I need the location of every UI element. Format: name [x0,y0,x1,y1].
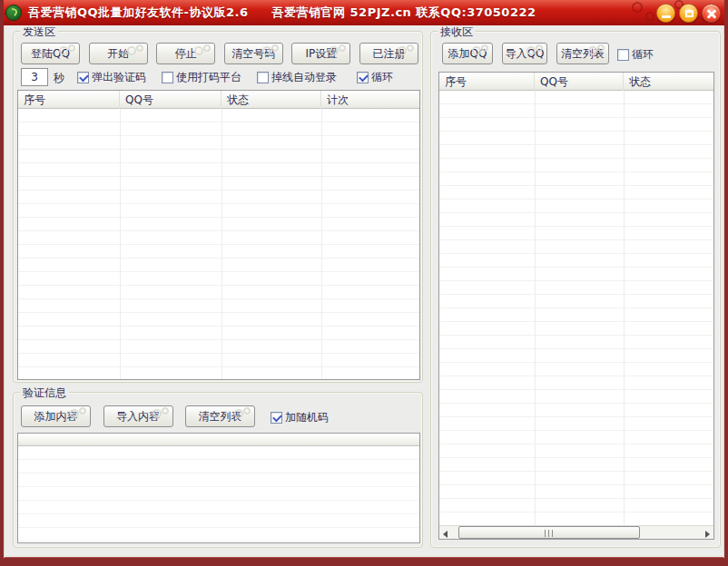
send-table-header: 序号 QQ号 状态 计次 [18,91,419,109]
receive-area-label: 接收区 [438,24,476,40]
loop-checkbox-receive[interactable]: 循环 [617,47,654,63]
receive-qq-table: 序号 QQ号 状态 [438,72,714,540]
verify-list-header[interactable] [18,434,419,446]
interval-seconds-input[interactable] [21,68,48,86]
auto-relogin-checkbox[interactable]: 掉线自动登录 [257,70,337,85]
popup-captcha-checkbox[interactable]: 弹出验证码 [77,70,146,85]
checkbox-box-icon [271,412,282,424]
receive-button-row: 添加QQ 导入QQ 清空列表 [442,43,609,64]
column-header-status[interactable]: 状态 [221,91,321,109]
checkbox-box-icon [617,49,629,61]
import-qq-button[interactable]: 导入QQ [502,43,547,64]
send-table-body[interactable] [18,109,419,379]
checkbox-label: 弹出验证码 [92,70,146,85]
horizontal-scrollbar [439,525,713,539]
clear-numbers-button[interactable]: 清空号码 [224,43,283,64]
scroll-right-arrow-icon[interactable] [700,526,713,539]
clear-list-button-receive[interactable]: 清空列表 [556,43,609,64]
scrollbar-thumb[interactable] [458,526,640,539]
scrollbar-track[interactable] [453,526,700,539]
checkbox-label: 使用打码平台 [176,70,241,85]
checkbox-box-icon [357,72,369,83]
loop-checkbox-send[interactable]: 循环 [357,70,393,85]
send-qq-table: 序号 QQ号 状态 计次 [17,90,420,380]
registered-button[interactable]: 已注册 [359,43,418,64]
login-qq-button[interactable]: 登陆QQ [21,43,80,64]
verify-message-list [17,433,420,543]
import-content-button[interactable]: 导入内容 [103,405,173,427]
window-subtitle: 吾爱营销官网 52PJZ.cn 联系QQ:37050222 [272,5,536,21]
start-button[interactable]: 开始 [89,43,148,64]
verify-info-label: 验证信息 [20,385,69,401]
column-header-index[interactable]: 序号 [439,73,535,91]
minimize-button[interactable] [656,4,675,23]
window-controls [656,4,723,23]
scrollbar-grip-icon [545,530,554,537]
checkbox-box-icon [257,72,269,83]
maximize-button[interactable] [679,4,698,23]
scroll-left-arrow-icon[interactable] [439,526,453,539]
maximize-icon [685,10,694,17]
receive-table-body[interactable] [439,91,713,525]
verify-button-row: 添加内容 导入内容 清空列表 [21,405,255,427]
add-content-button[interactable]: 添加内容 [21,405,91,427]
app-icon [5,5,22,21]
column-header-index[interactable]: 序号 [18,91,120,109]
checkbox-label: 循环 [632,47,654,63]
checkbox-label: 掉线自动登录 [271,70,337,85]
stop-button[interactable]: 停止 [156,43,215,64]
verify-info-group: 验证信息 添加内容 导入内容 清空列表 加随机码 [13,392,423,548]
app-window: 吾爱营销QQ批量加好友软件-协议版2.6 吾爱营销官网 52PJZ.cn 联系Q… [0,0,728,566]
verify-list-body[interactable] [18,446,419,542]
checkbox-box-icon [77,72,89,83]
column-header-qq[interactable]: QQ号 [535,73,624,91]
send-button-row: 登陆QQ 开始 停止 清空号码 IP设置 已注册 [21,43,418,64]
random-code-checkbox[interactable]: 加随机码 [271,410,329,425]
checkbox-label: 加随机码 [285,410,329,425]
send-area-label: 发送区 [20,24,58,40]
close-button[interactable] [702,4,721,23]
column-header-qq[interactable]: QQ号 [120,91,221,109]
ip-settings-button[interactable]: IP设置 [291,43,350,64]
column-header-status[interactable]: 状态 [624,73,713,91]
column-header-count[interactable]: 计次 [321,91,419,109]
interval-unit-label: 秒 [54,71,64,86]
add-qq-button[interactable]: 添加QQ [442,43,493,64]
checkbox-box-icon [162,72,173,83]
send-area-group: 发送区 登陆QQ 开始 停止 清空号码 IP设置 已注册 秒 弹出验证码 使用打… [13,31,423,383]
receive-area-group: 接收区 添加QQ 导入QQ 清空列表 循环 序号 QQ号 状态 [430,31,721,548]
swoosh-arrow-icon [8,7,19,18]
titlebar[interactable]: 吾爱营销QQ批量加好友软件-协议版2.6 吾爱营销官网 52PJZ.cn 联系Q… [0,0,728,25]
captcha-platform-checkbox[interactable]: 使用打码平台 [162,70,241,85]
window-title: 吾爱营销QQ批量加好友软件-协议版2.6 [28,5,249,21]
receive-table-header: 序号 QQ号 状态 [439,73,713,91]
checkbox-label: 循环 [371,70,393,85]
clear-list-button-verify[interactable]: 清空列表 [185,405,255,427]
minimize-icon [662,15,671,18]
